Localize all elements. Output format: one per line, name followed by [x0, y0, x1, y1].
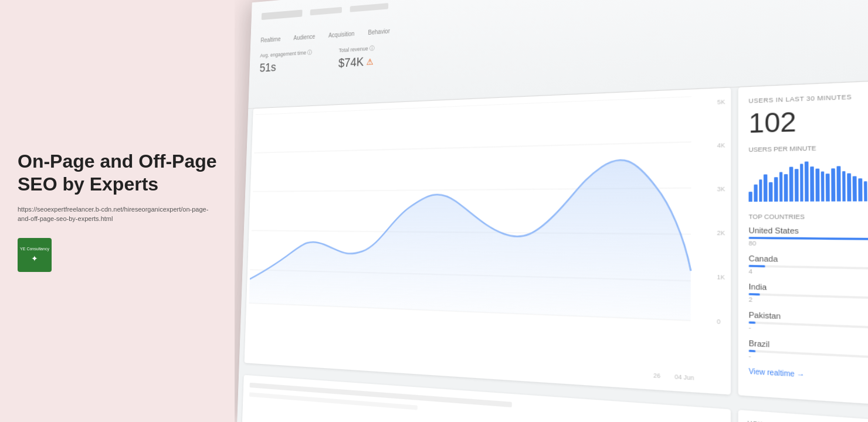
warning-icon: ⚠ [367, 56, 374, 66]
bar-item-3 [764, 175, 767, 202]
y-label-5k: 5K [717, 98, 725, 106]
x-axis: 26 04 Jun [653, 372, 694, 382]
view-realtime-link[interactable]: View realtime → [749, 367, 868, 384]
x-label-jun: 04 Jun [674, 373, 694, 382]
bar-item-0 [748, 192, 752, 202]
bar-item-7 [784, 174, 788, 202]
bar-item-1 [754, 185, 757, 202]
users-per-min-label: USERS PER MINUTE [748, 143, 868, 154]
country-row-1: Canada 4 [749, 254, 868, 278]
country-count-1: 4 [749, 268, 868, 278]
bar-item-6 [779, 172, 782, 202]
logo-box[interactable]: YE Consultancy ✦ [18, 238, 52, 272]
bar-item-21 [858, 178, 862, 201]
country-row-2: India 2 [749, 282, 868, 308]
bar-item-5 [774, 177, 778, 202]
top-countries-header: TOP COUNTRIES USERS [748, 213, 868, 221]
users-bar-chart [748, 156, 868, 202]
line-chart-svg [249, 96, 699, 328]
y-axis: 5K 4K 3K 2K 1K 0 [717, 98, 725, 325]
bar-item-10 [799, 164, 803, 202]
bar-item-19 [847, 173, 852, 202]
bar-item-14 [820, 171, 825, 202]
countries-list: United States 80 Canada 4 India 2 Pakist… [749, 226, 868, 368]
page-url[interactable]: https://seoexpertfreelancer.b-cdn.net/hi… [18, 205, 217, 224]
country-row-0: United States 80 [749, 226, 868, 249]
country-name-0: United States [749, 226, 868, 236]
users-header-label: USERS IN LAST 30 MINUTES [748, 93, 852, 104]
bar-item-11 [805, 162, 809, 202]
country-bar-1 [749, 265, 766, 267]
bar-item-15 [826, 173, 830, 201]
y-label-4k: 4K [717, 142, 725, 149]
country-bar-4 [749, 350, 756, 352]
analytics-screen: Realtime Audience Acquisition Behavior A… [237, 0, 868, 422]
bar-item-12 [810, 166, 814, 202]
bar-item-22 [863, 181, 867, 202]
analytics-wrapper: Realtime Audience Acquisition Behavior A… [235, 0, 868, 422]
metric-value-revenue: $74K ⚠ [338, 54, 375, 70]
bar-item-2 [759, 179, 762, 202]
metric-revenue: Total revenue ⓘ $74K ⚠ [338, 45, 375, 70]
y-label-2k: 2K [717, 229, 725, 236]
top-countries-label: TOP COUNTRIES [748, 213, 804, 221]
bar-item-4 [769, 182, 772, 202]
bar-item-16 [831, 169, 835, 202]
country-bar-2 [749, 293, 760, 295]
users-panel-header: USERS IN LAST 30 MINUTES ↻ ▾ [748, 91, 868, 104]
metric-label-revenue: Total revenue ⓘ [338, 45, 374, 55]
y-label-0: 0 [717, 318, 725, 325]
y-label-3k: 3K [717, 185, 725, 192]
bar-item-17 [836, 166, 840, 201]
svg-line-1 [254, 142, 691, 153]
bar-item-13 [815, 169, 819, 202]
bar-item-18 [842, 171, 846, 202]
country-row-3: Pakistan - [749, 311, 868, 338]
trending-section: HOW ARE ACTIVE USERS TRENDING? User acti… [738, 410, 868, 422]
x-label-26: 26 [653, 372, 660, 380]
page-title: On-Page and Off-Page SEO by Experts [18, 150, 217, 195]
country-row-4: Brazil - [749, 339, 868, 367]
logo-text: YE Consultancy [20, 247, 49, 251]
logo-icon: ✦ [31, 254, 38, 263]
y-label-1k: 1K [717, 274, 725, 281]
left-panel: On-Page and Off-Page SEO by Experts http… [0, 0, 235, 422]
country-bar-3 [749, 321, 756, 324]
bar-item-8 [789, 166, 793, 201]
metric-value-engagement: 51s [259, 58, 312, 74]
country-count-0: 80 [749, 240, 868, 249]
header-placeholder-2 [310, 7, 342, 16]
country-name-1: Canada [749, 254, 868, 265]
header-placeholder-3 [350, 3, 389, 12]
main-chart: 5K 4K 3K 2K 1K 0 [245, 88, 731, 395]
bar-item-9 [795, 169, 798, 202]
users-count: 102 [748, 104, 868, 139]
header-placeholder [262, 9, 303, 20]
metric-engagement: Avg. engagement time ⓘ 51s [259, 49, 312, 74]
bar-item-20 [853, 176, 857, 201]
trending-title: HOW ARE ACTIVE USERS TRENDING? [747, 419, 868, 422]
users-panel: USERS IN LAST 30 MINUTES ↻ ▾ 102 USERS P… [738, 80, 868, 407]
